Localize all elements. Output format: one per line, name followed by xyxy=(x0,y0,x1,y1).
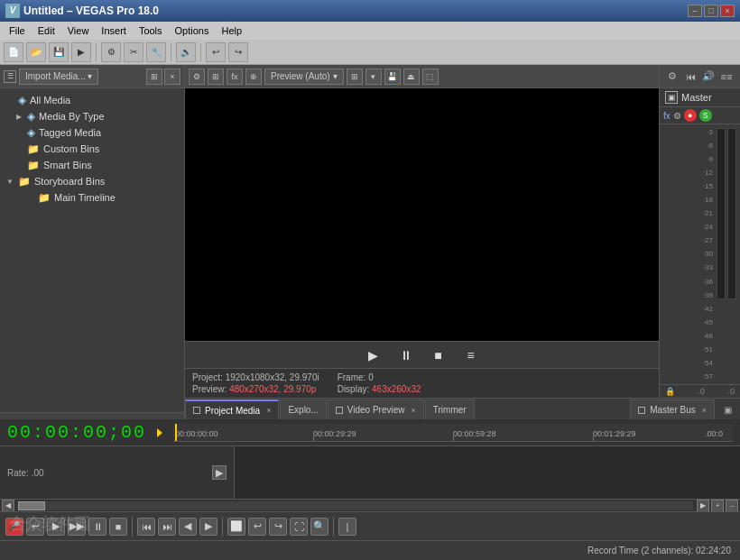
mixer-lock-row: 🔒 .0 .0 xyxy=(660,384,740,398)
rate-adjust-btn[interactable]: ▶ xyxy=(212,465,227,480)
preview-btn-7[interactable]: 💾 xyxy=(384,69,401,85)
record-btn[interactable]: 🎤 xyxy=(5,518,23,536)
preview-grid-btn[interactable]: ⊞ xyxy=(347,69,363,85)
preview-panel: ⚙ ⊞ fx ⊕ Preview (Auto) ▾ ⊞ ▾ 💾 ⏏ ⬚ xyxy=(185,65,659,398)
preview-btn-4[interactable]: ⊕ xyxy=(245,69,262,85)
scroll-right-btn-2[interactable]: + xyxy=(711,500,724,512)
timeline-scrollbar[interactable]: ◀ ▶ + – xyxy=(0,499,740,511)
loop-back-btn[interactable]: ↩ xyxy=(26,518,44,536)
tree-custom-bins[interactable]: 📁 Custom Bins xyxy=(0,141,184,157)
import-media-button[interactable]: Import Media... ▾ xyxy=(19,69,98,85)
scroll-right-btn-3[interactable]: – xyxy=(726,500,738,512)
tab-close-project-media[interactable]: × xyxy=(266,406,271,415)
menu-file[interactable]: File xyxy=(4,23,31,38)
pause-button[interactable]: ⏸ xyxy=(397,346,415,364)
mixer-mute-btn[interactable]: ● xyxy=(684,109,697,122)
loop-btn[interactable]: ↩ xyxy=(248,518,266,536)
tb-btn-4[interactable]: 🔊 xyxy=(176,42,196,62)
trans-btn-extra[interactable]: | xyxy=(338,518,356,536)
menu-tools[interactable]: Tools xyxy=(134,23,168,38)
ruler-tick-2 xyxy=(453,436,454,441)
lock-icon[interactable]: 🔒 xyxy=(665,387,675,396)
mixer-prev-btn[interactable]: ⏮ xyxy=(683,69,698,84)
left-panel-scrollbar[interactable] xyxy=(0,412,184,419)
media-by-type-label: Media By Type xyxy=(39,111,105,122)
mixer-chain-btn[interactable]: ⚙ xyxy=(673,111,681,121)
next-frame-btn[interactable]: ▶ xyxy=(199,518,217,536)
menu-edit[interactable]: Edit xyxy=(32,23,60,38)
scroll-thumb[interactable] xyxy=(18,501,45,510)
tree-smart-bins[interactable]: 📁 Smart Bins xyxy=(0,157,184,173)
new-button[interactable]: 📄 xyxy=(4,42,23,62)
mixer-solo-btn[interactable]: S xyxy=(699,109,712,122)
tab-explorer[interactable]: Explo... xyxy=(280,399,326,419)
mixer-settings-btn[interactable]: ⚙ xyxy=(665,69,680,84)
snap-btn[interactable]: ⛶ xyxy=(290,518,308,536)
menu-help[interactable]: Help xyxy=(216,23,247,38)
title-bar-controls[interactable]: – □ × xyxy=(688,5,735,17)
undo-button[interactable]: ↩ xyxy=(206,42,226,62)
cursor-btn[interactable]: ⬜ xyxy=(227,518,245,536)
panel-close-btn[interactable]: × xyxy=(164,69,180,85)
tab-trimmer[interactable]: Trimmer xyxy=(425,399,475,419)
tree-tagged-media[interactable]: ◈ Tagged Media xyxy=(0,124,184,141)
redo-button[interactable]: ↪ xyxy=(228,42,248,62)
preview-settings-btn[interactable]: ⚙ xyxy=(189,69,205,85)
menu-options[interactable]: Options xyxy=(170,23,215,38)
play-button[interactable]: ▶ xyxy=(365,346,383,364)
menu-view[interactable]: View xyxy=(62,23,95,38)
save-button[interactable]: 💾 xyxy=(49,42,69,62)
settings-button[interactable]: ⚙ xyxy=(101,42,121,62)
menu-insert[interactable]: Insert xyxy=(96,23,132,38)
stop-button[interactable]: ■ xyxy=(430,346,448,364)
ruler-tick-1 xyxy=(313,436,314,441)
preview-fx-btn[interactable]: fx xyxy=(227,69,243,85)
scroll-right-btn-1[interactable]: ▶ xyxy=(697,500,709,512)
tree-storyboard-bins[interactable]: ▼ 📁 Storyboard Bins xyxy=(0,173,184,189)
preview-right-info: Frame: 0 Display: 463x260x32 xyxy=(338,372,421,394)
zoom-btn[interactable]: 🔍 xyxy=(310,518,328,536)
maximize-button[interactable]: □ xyxy=(704,5,718,17)
minimize-button[interactable]: – xyxy=(688,5,702,17)
render-button[interactable]: ▶ xyxy=(71,42,91,62)
preview-screen xyxy=(185,88,659,341)
stop-btn-t[interactable]: ■ xyxy=(109,518,127,536)
ruler-mark-2: 00:00:59:28 xyxy=(453,429,496,438)
panel-options-btn[interactable]: ▣ xyxy=(718,400,736,418)
preview-auto-dropdown[interactable]: Preview (Auto) ▾ xyxy=(264,69,344,85)
mixer-vol-btn[interactable]: 🔊 xyxy=(701,69,716,84)
play-btn[interactable]: ▶▶ xyxy=(68,518,86,536)
goto-start-btn[interactable]: ⏮ xyxy=(137,518,155,536)
tree-media-by-type[interactable]: ▶ ◈ Media By Type xyxy=(0,108,184,124)
preview-btn-2[interactable]: ⊞ xyxy=(208,69,224,85)
open-button[interactable]: 📂 xyxy=(26,42,46,62)
tb-btn-2[interactable]: ✂ xyxy=(124,42,143,62)
import-dropdown-icon: ▾ xyxy=(88,71,92,81)
timecode-display[interactable]: 00:00:00;00 xyxy=(7,422,146,443)
goto-end-btn[interactable]: ⏭ xyxy=(158,518,176,536)
tb-btn-3[interactable]: 🔧 xyxy=(146,42,166,62)
loop-button[interactable]: ≡ xyxy=(462,346,480,364)
tree-all-media[interactable]: ◈ All Media xyxy=(0,92,184,108)
prev-frame-btn[interactable]: ◀ xyxy=(179,518,197,536)
tab-close-master-bus[interactable]: × xyxy=(702,406,707,415)
close-button[interactable]: × xyxy=(720,5,735,17)
pause-btn-t[interactable]: ⏸ xyxy=(88,518,106,536)
loop-out-btn[interactable]: ↪ xyxy=(269,518,287,536)
scroll-left-btn[interactable]: ◀ xyxy=(2,500,14,512)
view-toggle-btn[interactable]: ⊞ xyxy=(146,69,162,85)
panel-menu-btn[interactable]: ☰ xyxy=(4,70,16,83)
mixer-fx-label[interactable]: fx xyxy=(663,111,671,121)
play-from-start-btn[interactable]: ▶ xyxy=(47,518,65,536)
tab-master-bus[interactable]: Master Bus × xyxy=(630,399,715,419)
tab-project-media[interactable]: Project Media × xyxy=(185,399,279,419)
preview-btn-8[interactable]: ⏏ xyxy=(403,69,420,85)
mixer-eq-btn[interactable]: ≡≡ xyxy=(719,69,734,84)
preview-btn-9[interactable]: ⬚ xyxy=(422,69,439,85)
mixer-scale: ·3 ·6 ·9 ·12 ·15 ·18 ·21 ·24 ·27 ·30 ·33… xyxy=(703,128,715,381)
tab-close-video-preview[interactable]: × xyxy=(412,406,416,415)
tree-main-timeline[interactable]: 📁 Main Timeline xyxy=(0,189,184,206)
scroll-track[interactable] xyxy=(18,501,693,510)
preview-btn-6[interactable]: ▾ xyxy=(365,69,382,85)
tab-video-preview[interactable]: Video Preview × xyxy=(328,399,424,419)
